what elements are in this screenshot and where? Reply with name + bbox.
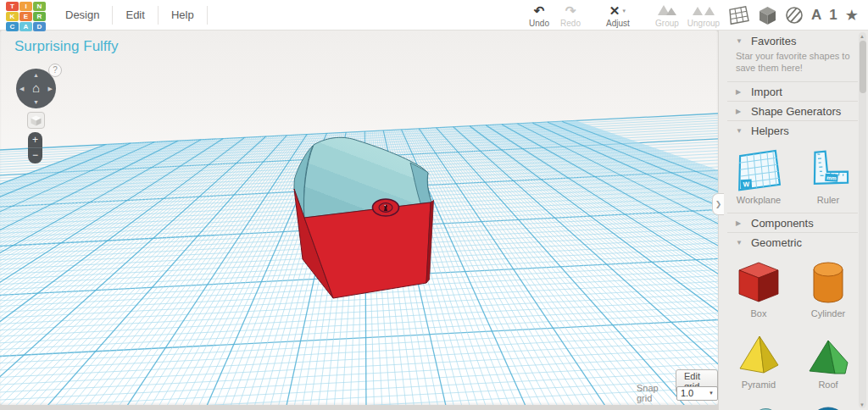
shape-label: Box [727,308,790,319]
svg-text:mm: mm [826,175,837,181]
shape-label: Workplane [727,195,790,205]
shape-generator-icon[interactable] [785,6,804,25]
triangle-expanded-icon: ▼ [736,37,743,45]
shape-tile-cylinder[interactable]: Cylinder [797,258,860,319]
menu-edit[interactable]: Edit [113,0,157,30]
group-label: Group [648,19,686,28]
chest-clasp [373,199,399,216]
shape-category-icons: A 1 ★ [727,0,859,30]
main-menu: Design Edit Help [53,0,208,30]
rotate-left-arrow[interactable]: ◀ [19,86,24,91]
favorites-description: Star your favorite shapes to save them h… [736,50,853,74]
shape-tile-box[interactable]: Box [727,258,790,319]
triangle-collapsed-icon: ▶ [736,108,743,115]
zoom-in-button[interactable]: + [28,132,42,147]
shape-label: Roof [797,380,860,390]
logo-tile: D [33,22,46,31]
chevron-down-icon: ▼ [621,8,626,14]
cube-icon [31,115,42,126]
shape-tile-pyramid[interactable]: Pyramid [727,330,790,390]
workplane-icon: W [734,148,783,192]
logo-tile: E [19,12,32,21]
redo-label: Redo [552,19,589,28]
chest-object[interactable] [280,130,449,335]
scroll-up-arrow[interactable]: ▲ [859,34,865,39]
triangle-expanded-icon: ▼ [736,127,743,135]
shape-tile-ruler[interactable]: mm Ruler [797,145,860,205]
viewport-3d[interactable]: Surprising Fulffy ? ⌂ ▲ ▼ ◀ ▶ + − Edit g… [0,30,718,405]
section-components[interactable]: ▶ Components [719,213,868,232]
section-helpers[interactable]: ▼ Helpers [719,121,868,140]
redo-icon: ↷ [552,3,589,18]
group-button[interactable]: Group [648,3,686,28]
shape-label: Cylinder [797,308,860,319]
section-label: Favorites [751,35,796,47]
fit-view-button[interactable] [27,112,45,129]
sidebar-collapse-tab[interactable]: ❯ [712,193,724,215]
top-bar: T I N K E R C A D Design Edit Help ↶ Und… [0,0,868,30]
cylinder-icon [809,260,848,306]
menu-design[interactable]: Design [53,0,112,30]
section-label: Helpers [751,125,789,137]
logo-tile: A [19,22,32,31]
snap-grid-select[interactable]: 1.0 ▼ [676,386,718,401]
rotate-up-arrow[interactable]: ▲ [16,72,56,78]
star-icon[interactable]: ★ [845,8,859,23]
section-label: Shape Generators [751,105,841,118]
rotate-down-arrow[interactable]: ▼ [16,99,56,105]
snap-grid-value: 1.0 [681,388,693,398]
svg-text:W: W [743,180,749,188]
adjust-button[interactable]: ✕▼ Adjust [596,3,640,28]
menu-separator [207,6,208,25]
logo-tile: K [6,12,19,21]
logo-tile: N [33,2,46,11]
shape-tile-roof[interactable]: Roof [797,330,860,390]
ungroup-icon [683,3,724,18]
section-label: Components [751,217,814,230]
pyramid-icon [735,333,782,377]
shape-tile-rounded-roof[interactable] [727,402,790,410]
chevron-right-icon: ❯ [715,200,722,208]
text-tool-icon[interactable]: A [811,7,821,24]
section-geometric[interactable]: ▼ Geometric [719,233,868,252]
redo-button[interactable]: ↷ Redo [552,3,589,28]
triangle-expanded-icon: ▼ [736,239,743,247]
scroll-down-arrow[interactable]: ▼ [859,402,865,407]
logo-tile: R [33,12,46,21]
zoom-out-button[interactable]: − [28,147,42,162]
shape-label: Ruler [797,195,860,205]
box-icon [734,260,783,306]
tinkercad-logo[interactable]: T I N K E R C A D [6,2,46,31]
menu-help[interactable]: Help [159,0,207,30]
section-import[interactable]: ▶ Import [719,82,868,101]
snap-grid-control: Snap grid 1.0 ▼ [637,383,718,403]
shape-label: Pyramid [727,380,790,390]
ungroup-label: Ungroup [683,19,724,28]
roof-icon [804,336,852,377]
zoom-control: + − [28,132,42,163]
logo-tile: T [6,2,19,11]
ungroup-button[interactable]: Ungroup [683,3,724,28]
rounded-roof-icon [732,402,785,410]
snap-grid-label: Snap grid [637,383,672,403]
scrollbar-thumb[interactable] [860,41,866,93]
number-tool-icon[interactable]: 1 [829,7,837,24]
triangle-collapsed-icon: ▶ [736,219,743,227]
sphere-icon [806,402,850,410]
view-rotate-pad[interactable]: ⌂ ▲ ▼ ◀ ▶ [16,69,56,108]
shape-library-sidebar: ▼ Favorites Star your favorite shapes to… [718,30,868,410]
rotate-right-arrow[interactable]: ▶ [48,86,53,91]
design-title[interactable]: Surprising Fulffy [14,38,119,55]
chevron-down-icon: ▼ [709,391,714,396]
section-label: Import [751,86,782,98]
workplane-grid-icon[interactable] [727,5,750,25]
shape-tile-workplane[interactable]: W Workplane [727,145,790,205]
section-shape-generators[interactable]: ▶ Shape Generators [719,102,868,120]
adjust-icon: ✕▼ [596,3,640,18]
logo-tile: I [19,2,32,11]
ruler-icon: mm [805,150,851,192]
shape-tile-sphere[interactable] [797,402,860,410]
logo-tile: C [6,22,19,31]
section-favorites[interactable]: ▼ Favorites [719,30,868,49]
box-shape-icon[interactable] [758,6,777,25]
